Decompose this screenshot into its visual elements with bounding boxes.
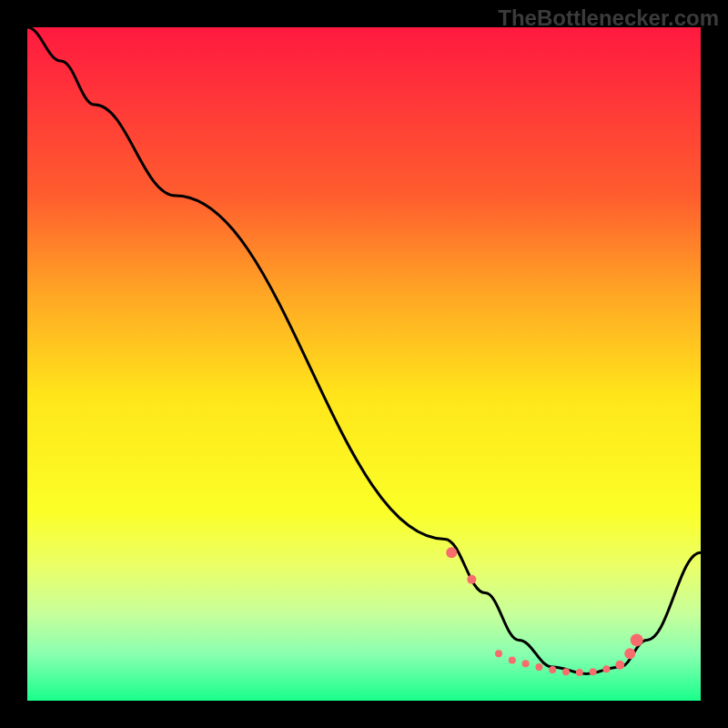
watermark: TheBottlenecker.com bbox=[498, 5, 719, 31]
data-point bbox=[631, 633, 643, 646]
data-point bbox=[602, 665, 610, 672]
data-point bbox=[509, 657, 516, 664]
chart-svg bbox=[27, 27, 701, 701]
data-point bbox=[467, 575, 476, 584]
data-point bbox=[446, 547, 457, 558]
data-point bbox=[549, 666, 556, 673]
plot-area bbox=[27, 27, 701, 701]
data-point bbox=[522, 660, 530, 667]
data-point bbox=[590, 668, 597, 675]
data-point bbox=[562, 668, 570, 675]
data-point bbox=[495, 650, 502, 657]
gradient-background bbox=[27, 27, 701, 701]
chart-container: TheBottlenecker.com bbox=[0, 0, 728, 728]
data-point bbox=[535, 663, 542, 671]
data-point bbox=[615, 661, 624, 670]
data-point bbox=[624, 648, 635, 659]
data-point bbox=[576, 669, 583, 676]
